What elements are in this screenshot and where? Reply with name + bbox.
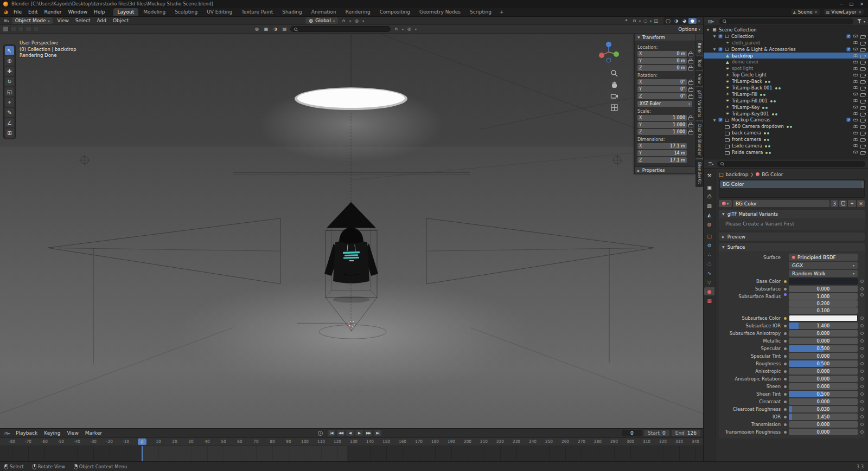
value-field[interactable]: 0.000: [789, 368, 858, 375]
timeline-menu-keying[interactable]: Keying: [41, 430, 63, 436]
outliner-item-trilamp-key-001[interactable]: ☀TriLamp-Key.001: [704, 111, 868, 117]
value-field[interactable]: 0.500: [789, 391, 858, 397]
value-field[interactable]: 1.400: [789, 322, 858, 329]
value-field[interactable]: 1.000: [789, 293, 858, 300]
outliner-search-input[interactable]: [719, 18, 853, 24]
decorator-dot-icon[interactable]: [860, 280, 864, 283]
properties-tab-output[interactable]: ⎙: [704, 192, 714, 201]
overlays-dropdown-icon[interactable]: ▾: [650, 19, 652, 23]
value-field[interactable]: 0.200: [789, 300, 858, 307]
lock-icon[interactable]: [688, 94, 692, 99]
hide-viewport-eye-icon[interactable]: [853, 60, 858, 64]
menu-window[interactable]: Window: [65, 9, 91, 15]
timeline-track[interactable]: [0, 446, 703, 461]
tool-search-input[interactable]: [290, 26, 391, 32]
rotation-mode-dropdown[interactable]: XYZ Euler ▾: [637, 101, 692, 107]
value-field[interactable]: 0.000: [789, 398, 858, 405]
properties-tab-view-layer[interactable]: ▨: [704, 202, 714, 210]
disable-render-camera-icon[interactable]: [860, 137, 866, 141]
hide-viewport-eye-icon[interactable]: [853, 66, 858, 71]
disable-render-camera-icon[interactable]: [860, 66, 866, 70]
outliner-item-dome-light-accessories[interactable]: ▼▢Dome & Light & Accessories: [704, 46, 868, 53]
sidebar-tab-item[interactable]: Item: [695, 40, 703, 55]
pan-hand-icon[interactable]: [610, 81, 618, 89]
axis-field-y[interactable]: Y0°: [637, 86, 687, 92]
decorator-dot-icon[interactable]: [860, 347, 864, 350]
hide-viewport-eye-icon[interactable]: [853, 34, 858, 38]
camera-object-icon[interactable]: [725, 150, 730, 154]
tool-scale-button[interactable]: ◱: [5, 87, 14, 96]
timeline-editor-icon[interactable]: ◷▾: [3, 431, 11, 436]
outliner-item-trilamp-back[interactable]: ☀TriLamp-Back: [704, 78, 868, 85]
properties-tab-physics[interactable]: ◌: [704, 260, 714, 268]
sidebar-tab-gltf-variants[interactable]: glTF Variants: [695, 87, 703, 120]
hide-viewport-eye-icon[interactable]: [853, 150, 858, 154]
properties-tab-material[interactable]: ●: [704, 287, 714, 295]
material-slot-item[interactable]: BG Color: [720, 180, 864, 188]
hide-viewport-eye-icon[interactable]: [853, 137, 858, 142]
frame-start-field[interactable]: Start 0: [644, 430, 669, 436]
sidebar-tab-tool[interactable]: Tool: [695, 56, 703, 70]
hide-viewport-eye-icon[interactable]: [853, 131, 858, 136]
outliner-item-dome-cover[interactable]: ▲dome cover: [704, 59, 868, 65]
disable-render-camera-icon[interactable]: [860, 41, 866, 45]
proportional-edit-icon[interactable]: ◎: [353, 17, 360, 24]
editor-type-icon[interactable]: ⊞▾: [2, 18, 11, 23]
scene-selector[interactable]: ◭ Scene ✕: [790, 9, 821, 15]
fake-user-button[interactable]: [839, 200, 847, 207]
snap-settings-dropdown-icon[interactable]: ▾: [402, 27, 404, 31]
menu-render[interactable]: Render: [41, 9, 65, 15]
axis-field-x[interactable]: X0°: [637, 79, 687, 85]
value-field[interactable]: 0.500: [789, 345, 858, 352]
hide-viewport-eye-icon[interactable]: [853, 105, 858, 109]
disable-render-camera-icon[interactable]: [860, 79, 866, 83]
disable-render-camera-icon[interactable]: [860, 54, 866, 58]
tool-transform-button[interactable]: ⌖: [5, 98, 14, 107]
decorator-dot-icon[interactable]: [860, 400, 864, 403]
timeline-ruler[interactable]: 0 -80-70-60-50-40-30-20-1001020304050607…: [0, 438, 703, 446]
properties-tab-object[interactable]: □: [704, 232, 714, 240]
disable-render-camera-icon[interactable]: [860, 105, 866, 109]
workspace-tab-shading[interactable]: Shading: [278, 8, 307, 16]
decorator-dot-icon[interactable]: [860, 430, 864, 434]
disable-render-camera-icon[interactable]: [860, 118, 866, 122]
properties-tab-particles[interactable]: ∴: [704, 250, 714, 259]
tool-rotate-button[interactable]: ↻: [5, 77, 14, 86]
surface-section-header[interactable]: ▼ Surface: [719, 243, 865, 251]
hide-viewport-eye-icon[interactable]: [853, 73, 858, 78]
viewlayer-selector[interactable]: ▥ ViewLayer ✕: [823, 9, 864, 15]
hide-viewport-eye-icon[interactable]: [853, 40, 858, 45]
outliner-item-backdrop[interactable]: ▲backdrop: [704, 53, 868, 59]
jump-to-start-button[interactable]: |◀: [328, 430, 335, 436]
viewport-menu-view[interactable]: View: [54, 17, 72, 24]
value-field[interactable]: 0.100: [789, 307, 858, 314]
axis-field-z[interactable]: Z0 m: [637, 65, 687, 71]
properties-tab-render[interactable]: ▣: [704, 183, 714, 191]
decorator-dot-icon[interactable]: [860, 370, 864, 373]
properties-tab-object-data[interactable]: ▽: [704, 278, 714, 286]
workspace-tab-geometry-nodes[interactable]: Geometry Nodes: [415, 8, 465, 16]
disable-render-camera-icon[interactable]: [860, 112, 866, 116]
outliner-item-top-circle-light[interactable]: ☀Top Circle Light: [704, 72, 868, 78]
menu-edit[interactable]: Edit: [25, 9, 41, 15]
decorator-dot-icon[interactable]: [860, 339, 864, 343]
disable-render-camera-icon[interactable]: [860, 99, 866, 103]
exclude-checkbox-icon[interactable]: [846, 118, 851, 122]
disable-render-camera-icon[interactable]: [860, 144, 866, 148]
playhead-line[interactable]: [142, 446, 143, 461]
decorator-dot-icon[interactable]: [860, 324, 864, 327]
solid-shading-icon[interactable]: ◑: [672, 18, 680, 24]
outliner-item-spot-light[interactable]: ☀spot light: [704, 65, 868, 72]
decorator-dot-icon[interactable]: [860, 317, 864, 320]
hide-viewport-eye-icon[interactable]: [853, 143, 858, 148]
viewport-menu-select[interactable]: Select: [72, 17, 94, 24]
gizmo-dropdown-icon[interactable]: ▾: [639, 19, 641, 23]
outliner-item-lside-camera[interactable]: Lside camera: [704, 143, 868, 149]
camera-object-icon[interactable]: [725, 124, 730, 128]
properties-tab-world[interactable]: ◍: [704, 220, 714, 228]
value-field[interactable]: 0.000: [789, 376, 858, 382]
texture-icon[interactable]: ▦: [263, 26, 270, 33]
filter-dropdown-icon[interactable]: ▾: [864, 20, 865, 23]
value-field[interactable]: 0.000: [789, 383, 858, 390]
expand-arrow-icon[interactable]: ▼: [712, 118, 717, 122]
